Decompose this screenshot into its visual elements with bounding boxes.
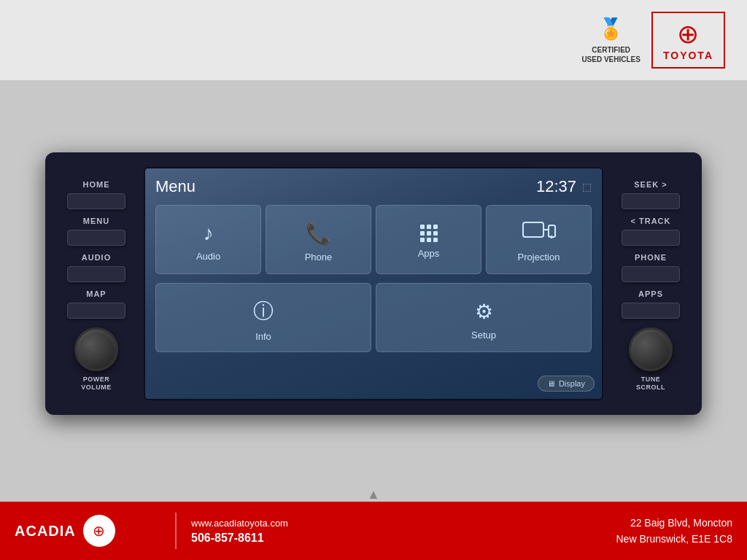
main-content: HOME MENU AUDIO MAP POWERVOLUME Menu 12:… [0, 80, 747, 487]
apps-right-button[interactable] [622, 303, 680, 319]
certified-badge: 🏅 CERTIFIED USED VEHICLES [581, 16, 640, 64]
footer-left: ACADIA ⊕ [15, 515, 160, 547]
display-label: Display [559, 379, 585, 388]
footer-address-line2: New Brunswick, E1E 1C8 [616, 531, 732, 547]
info-item-label: Info [255, 331, 271, 342]
apps-icon [420, 225, 438, 242]
audio-button[interactable] [67, 266, 125, 282]
certified-line1: CERTIFIED [592, 45, 630, 55]
phone-icon: 📞 [306, 222, 331, 246]
audio-icon: ♪ [204, 222, 214, 245]
tune-scroll-knob[interactable] [629, 327, 673, 371]
svg-point-3 [550, 236, 553, 238]
svg-rect-0 [523, 222, 543, 237]
map-label: MAP [86, 289, 106, 298]
footer-website: www.acadiatoyota.com [191, 518, 288, 529]
footer-address: 22 Baig Blvd, Moncton New Brunswick, E1E… [616, 515, 732, 548]
toyota-emblem-icon: ⊕ [677, 19, 699, 50]
projection-item-label: Projection [518, 252, 560, 262]
menu-item-audio[interactable]: ♪ Audio [155, 205, 261, 274]
hazard-area: ▲ [0, 487, 747, 502]
right-panel: SEEK > < TRACK PHONE APPS TUNESCROLL [618, 176, 684, 392]
phone-right-button[interactable] [622, 266, 680, 282]
menu-top-grid: ♪ Audio 📞 Phone Apps [155, 205, 592, 279]
track-label: < TRACK [631, 217, 671, 225]
apps-item-label: Apps [418, 248, 440, 259]
home-button[interactable] [67, 193, 125, 209]
certified-icon: 🏅 [598, 16, 624, 42]
infotainment-screen: Menu 12:37 ⬚ ♪ Audio 📞 Phone [144, 167, 603, 400]
left-panel: HOME MENU AUDIO MAP POWERVOLUME [63, 176, 129, 392]
menu-button[interactable] [67, 230, 125, 246]
phone-item-label: Phone [305, 252, 333, 262]
projection-icon [522, 221, 556, 246]
brand-name: ACADIA [15, 523, 76, 540]
footer-toyota-logo: ⊕ [83, 515, 115, 547]
footer-contact: www.acadiatoyota.com 506-857-8611 [191, 518, 288, 545]
certified-line2: USED VEHICLES [581, 55, 640, 64]
toyota-logo-box: ⊕ TOYOTA [651, 12, 725, 69]
map-button[interactable] [67, 303, 125, 319]
menu-label: MENU [83, 217, 109, 225]
toyota-label: TOYOTA [663, 50, 713, 61]
screen-header: Menu 12:37 ⬚ [155, 177, 592, 196]
menu-item-projection[interactable]: Projection [486, 205, 592, 274]
top-bar: 🏅 CERTIFIED USED VEHICLES ⊕ TOYOTA [0, 0, 747, 80]
track-button[interactable] [622, 230, 680, 246]
apps-right-label: APPS [638, 289, 663, 298]
head-unit: HOME MENU AUDIO MAP POWERVOLUME Menu 12:… [45, 152, 702, 415]
seek-label: SEEK > [634, 180, 667, 189]
info-icon: ⓘ [253, 298, 274, 325]
svg-rect-2 [549, 225, 555, 237]
footer-phone: 506-857-8611 [191, 532, 288, 545]
signal-icon: ⬚ [582, 181, 592, 192]
menu-item-phone[interactable]: 📞 Phone [266, 205, 371, 274]
phone-right-label: PHONE [635, 253, 667, 262]
display-icon: 🖥 [547, 379, 555, 388]
power-volume-knob[interactable] [74, 327, 118, 371]
audio-label: AUDIO [82, 253, 111, 262]
menu-item-info[interactable]: ⓘ Info [155, 283, 371, 352]
home-label: HOME [83, 180, 110, 189]
screen-time: 12:37 [536, 177, 576, 196]
display-button[interactable]: 🖥 Display [538, 376, 595, 392]
power-volume-label: POWERVOLUME [81, 376, 112, 392]
hazard-icon: ▲ [367, 487, 380, 502]
footer-divider [175, 513, 177, 549]
seek-button[interactable] [622, 193, 680, 209]
audio-item-label: Audio [196, 251, 220, 262]
setup-icon: ⚙ [475, 300, 493, 324]
menu-bottom-grid: ⓘ Info ⚙ Setup [155, 283, 592, 352]
footer: ACADIA ⊕ www.acadiatoyota.com 506-857-86… [0, 502, 747, 560]
tune-scroll-label: TUNESCROLL [636, 376, 665, 392]
menu-item-setup[interactable]: ⚙ Setup [376, 283, 592, 352]
menu-item-apps[interactable]: Apps [376, 205, 481, 274]
screen-title: Menu [155, 177, 196, 196]
footer-address-line1: 22 Baig Blvd, Moncton [616, 515, 732, 531]
setup-item-label: Setup [471, 330, 496, 341]
